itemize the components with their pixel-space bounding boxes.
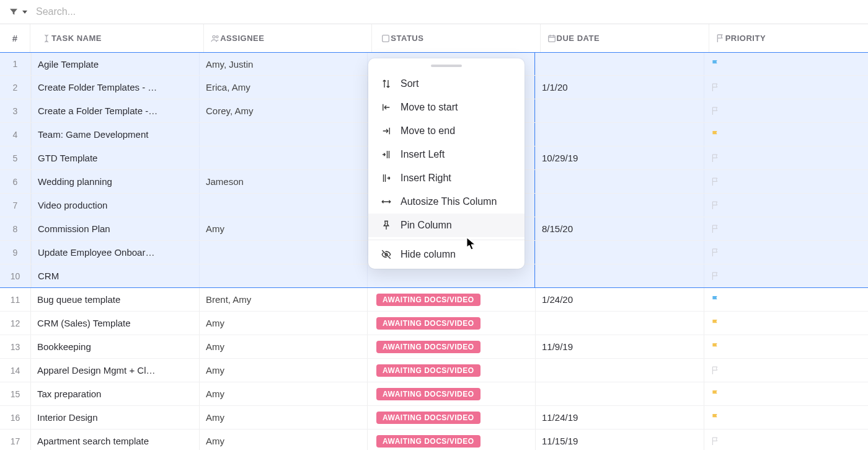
cell-assignee[interactable] bbox=[199, 241, 367, 264]
cell-assignee[interactable]: Erica, Amy bbox=[199, 76, 367, 99]
cell-assignee[interactable]: Brent, Amy bbox=[199, 288, 367, 311]
cell-due[interactable]: 1/24/20 bbox=[535, 288, 704, 311]
cell-task[interactable]: GTD Template bbox=[31, 146, 199, 169]
cell-task[interactable]: Commission Plan bbox=[31, 217, 199, 240]
menu-autosize[interactable]: Autosize This Column bbox=[368, 190, 525, 214]
cell-priority[interactable] bbox=[704, 99, 868, 122]
menu-insert-left[interactable]: Insert Left bbox=[368, 143, 525, 166]
cell-status[interactable]: AWAITING DOCS/VIDEO bbox=[367, 430, 535, 450]
menu-move-start[interactable]: Move to start bbox=[368, 96, 525, 119]
cell-priority[interactable] bbox=[704, 76, 868, 99]
menu-insert-right[interactable]: Insert Right bbox=[368, 166, 525, 190]
cell-task[interactable]: Create a Folder Template -… bbox=[31, 99, 199, 122]
cell-due[interactable] bbox=[535, 359, 704, 382]
cell-assignee[interactable]: Amy bbox=[199, 382, 367, 405]
col-header-assignee[interactable]: ASSIGNEE bbox=[203, 24, 366, 52]
cell-assignee[interactable]: Amy bbox=[199, 359, 367, 382]
table-row[interactable]: 12CRM (Sales) TemplateAmyAWAITING DOCS/V… bbox=[0, 312, 868, 335]
search-input[interactable] bbox=[32, 5, 193, 19]
cell-due[interactable]: 11/9/19 bbox=[535, 335, 704, 358]
cell-assignee[interactable] bbox=[199, 146, 367, 169]
cell-assignee[interactable]: Amy, Justin bbox=[199, 53, 367, 75]
cell-assignee[interactable]: Amy bbox=[199, 406, 367, 429]
cell-task[interactable]: Tax preparation bbox=[31, 382, 199, 405]
cell-assignee[interactable] bbox=[199, 264, 367, 287]
table-row[interactable]: 16Interior DesignAmyAWAITING DOCS/VIDEO1… bbox=[0, 406, 868, 430]
cell-due[interactable] bbox=[535, 382, 704, 405]
cell-due[interactable]: 8/15/20 bbox=[535, 217, 704, 240]
cell-task[interactable]: Video production bbox=[31, 194, 199, 217]
table-row[interactable]: 15Tax preparationAmyAWAITING DOCS/VIDEO bbox=[0, 382, 868, 406]
cell-priority[interactable] bbox=[704, 170, 868, 193]
cell-priority[interactable] bbox=[704, 264, 868, 287]
cell-due[interactable]: 11/15/19 bbox=[535, 430, 704, 450]
cell-priority[interactable] bbox=[704, 359, 868, 382]
cell-status[interactable]: AWAITING DOCS/VIDEO bbox=[367, 312, 535, 335]
cell-assignee[interactable]: Jameson bbox=[199, 170, 367, 193]
table-row[interactable]: 14Apparel Design Mgmt + Cl…AmyAWAITING D… bbox=[0, 359, 868, 382]
cell-priority[interactable] bbox=[704, 382, 868, 405]
cell-due[interactable]: 10/29/19 bbox=[535, 146, 704, 169]
col-header-status[interactable]: STATUS bbox=[371, 24, 534, 52]
cell-due[interactable] bbox=[535, 241, 704, 264]
menu-move-end[interactable]: Move to end bbox=[368, 119, 525, 143]
cell-priority[interactable] bbox=[704, 312, 868, 335]
cell-due[interactable]: 11/24/19 bbox=[535, 406, 704, 429]
col-header-due[interactable]: DUE DATE bbox=[540, 24, 704, 52]
table-row[interactable]: 13BookkeepingAmyAWAITING DOCS/VIDEO11/9/… bbox=[0, 335, 868, 359]
cell-task[interactable]: CRM bbox=[31, 264, 199, 287]
cell-priority[interactable] bbox=[704, 335, 868, 358]
menu-hide[interactable]: Hide column bbox=[368, 243, 525, 266]
cell-assignee[interactable]: Amy bbox=[199, 335, 367, 358]
col-header-number[interactable]: # bbox=[0, 24, 30, 52]
cell-due[interactable] bbox=[535, 194, 704, 217]
cell-task[interactable]: Wedding planning bbox=[31, 170, 199, 193]
cell-due[interactable] bbox=[535, 99, 704, 122]
cell-task[interactable]: CRM (Sales) Template bbox=[31, 312, 199, 335]
col-header-task[interactable]: TASK NAME bbox=[35, 24, 198, 52]
cell-assignee[interactable]: Corey, Amy bbox=[199, 99, 367, 122]
menu-sort[interactable]: Sort bbox=[368, 72, 525, 96]
cell-priority[interactable] bbox=[704, 288, 868, 311]
table-row[interactable]: 17Apartment search templateAmyAWAITING D… bbox=[0, 430, 868, 450]
cell-task[interactable]: Update Employee Onboar… bbox=[31, 241, 199, 264]
col-header-priority[interactable]: PRIORITY bbox=[709, 24, 868, 52]
cell-due[interactable] bbox=[535, 53, 704, 75]
cell-status[interactable]: AWAITING DOCS/VIDEO bbox=[367, 359, 535, 382]
menu-pin[interactable]: Pin Column bbox=[368, 214, 525, 237]
cell-task[interactable]: Apartment search template bbox=[31, 430, 199, 450]
cell-task[interactable]: Agile Template bbox=[31, 53, 199, 75]
cell-due[interactable] bbox=[535, 312, 704, 335]
cell-task[interactable]: Bookkeeping bbox=[31, 335, 199, 358]
cell-priority[interactable] bbox=[704, 217, 868, 240]
cell-priority[interactable] bbox=[704, 53, 868, 75]
cell-assignee[interactable]: Amy bbox=[199, 430, 367, 450]
cell-status[interactable]: AWAITING DOCS/VIDEO bbox=[367, 382, 535, 405]
cell-priority[interactable] bbox=[704, 194, 868, 217]
cell-due[interactable] bbox=[535, 264, 704, 287]
cell-task[interactable]: Create Folder Templates - … bbox=[31, 76, 199, 99]
cell-due[interactable]: 1/1/20 bbox=[535, 76, 704, 99]
cell-status[interactable]: AWAITING DOCS/VIDEO bbox=[367, 288, 535, 311]
cell-assignee[interactable]: Amy bbox=[199, 312, 367, 335]
filter-dropdown-caret[interactable] bbox=[22, 11, 27, 14]
cell-priority[interactable] bbox=[704, 406, 868, 429]
cell-priority[interactable] bbox=[704, 123, 868, 146]
cell-priority[interactable] bbox=[704, 241, 868, 264]
cell-task[interactable]: Team: Game Development bbox=[31, 123, 199, 146]
cell-task[interactable]: Bug queue template bbox=[31, 288, 199, 311]
table-row[interactable]: 11Bug queue templateBrent, AmyAWAITING D… bbox=[0, 288, 868, 312]
cell-due[interactable] bbox=[535, 123, 704, 146]
cell-due[interactable] bbox=[535, 170, 704, 193]
menu-drag-handle[interactable] bbox=[431, 65, 462, 67]
filter-icon[interactable] bbox=[9, 7, 27, 17]
cell-priority[interactable] bbox=[704, 146, 868, 169]
cell-assignee[interactable] bbox=[199, 194, 367, 217]
cell-status[interactable]: AWAITING DOCS/VIDEO bbox=[367, 335, 535, 358]
cell-status[interactable]: AWAITING DOCS/VIDEO bbox=[367, 406, 535, 429]
cell-task[interactable]: Interior Design bbox=[31, 406, 199, 429]
cell-assignee[interactable]: Amy bbox=[199, 217, 367, 240]
cell-assignee[interactable] bbox=[199, 123, 367, 146]
cell-priority[interactable] bbox=[704, 430, 868, 450]
cell-task[interactable]: Apparel Design Mgmt + Cl… bbox=[31, 359, 199, 382]
